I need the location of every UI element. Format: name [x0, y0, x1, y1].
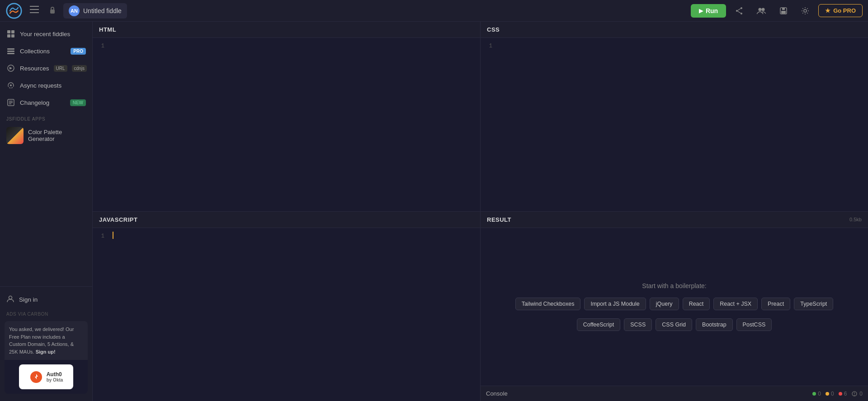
settings-button[interactable] [797, 4, 814, 18]
result-pane: Result 0.5kb Start with a boilerplate: T… [481, 212, 868, 401]
svg-line-9 [738, 11, 741, 13]
svg-point-7 [741, 13, 742, 14]
boilerplate-scss[interactable]: SCSS [624, 318, 652, 331]
console-stat-icon [851, 391, 858, 397]
editors-top-row: HTML 1 CSS 1 [93, 22, 868, 212]
async-label: Async requests [20, 82, 86, 89]
svg-point-5 [741, 7, 742, 9]
star-icon: ★ [825, 7, 830, 14]
changelog-new-badge: NEW [70, 99, 86, 106]
stat-dot-green [812, 392, 816, 396]
stat-1-value: 0 [818, 391, 821, 397]
boilerplate-postcss[interactable]: PostCSS [736, 318, 772, 331]
recent-fiddles-icon [6, 29, 15, 38]
svg-rect-1 [30, 6, 39, 7]
css-editor-body[interactable]: 1 [481, 38, 868, 211]
console-stat-3: 6 [839, 391, 847, 397]
html-line-numbers: 1 [93, 38, 109, 211]
boilerplate-react-jsx[interactable]: React + JSX [713, 298, 758, 310]
avatar: AN [69, 5, 80, 16]
svg-point-33 [854, 395, 855, 396]
boilerplate-react[interactable]: React [683, 298, 710, 310]
async-icon [6, 81, 15, 90]
stat-dot-yellow [826, 392, 829, 396]
sidebar-item-changelog[interactable]: Changelog NEW [0, 94, 92, 111]
share-button[interactable] [731, 4, 748, 18]
result-body: Start with a boilerplate: Tailwind Check… [481, 228, 868, 386]
sidebar-app-color-palette[interactable]: Color Palette Generator [0, 123, 92, 148]
js-editor-body[interactable]: 1 [93, 228, 480, 401]
svg-rect-2 [30, 9, 39, 10]
changelog-icon [6, 98, 15, 107]
resources-url-badge: URL [54, 65, 67, 72]
svg-point-24 [10, 84, 12, 86]
sidebar-item-async[interactable]: Async requests [0, 77, 92, 94]
sign-in-button[interactable]: Sign in [0, 290, 92, 309]
svg-point-29 [9, 296, 12, 299]
svg-point-10 [759, 8, 762, 11]
svg-rect-14 [781, 11, 786, 14]
ad-banner: Auth0 by Okta [5, 360, 88, 394]
js-line-numbers: 1 [93, 228, 109, 401]
app-name-label: Color Palette Generator [28, 129, 86, 142]
svg-rect-19 [11, 34, 14, 37]
auth0-logo: Auth0 by Okta [19, 364, 73, 389]
console-stat-4: 0 [851, 391, 863, 397]
resources-cdnjs-badge: cdnjs [72, 65, 87, 72]
result-title: Result [487, 216, 511, 223]
run-button[interactable]: ▶ Run [691, 4, 726, 18]
go-pro-button[interactable]: ★ Go PRO [818, 4, 863, 17]
svg-rect-16 [7, 30, 10, 33]
collaborators-button[interactable] [752, 5, 770, 17]
js-editor-header: JavaScript [93, 212, 480, 228]
boilerplate-bootstrap[interactable]: Bootstrap [696, 318, 733, 331]
run-label: Run [706, 7, 718, 14]
auth0-by: by Okta [47, 378, 63, 382]
result-size: 0.5kb [849, 217, 862, 222]
console-bar: Console 0 0 6 [481, 386, 868, 401]
css-editor-content[interactable] [497, 38, 868, 211]
svg-rect-18 [7, 34, 10, 37]
main-area: Your recent fiddles Collections PRO Reso… [0, 22, 868, 401]
svg-rect-21 [7, 51, 14, 52]
logo-icon[interactable] [5, 2, 23, 19]
collections-icon [6, 47, 15, 56]
recent-fiddles-label: Your recent fiddles [20, 31, 86, 37]
css-editor-header: CSS [481, 22, 868, 38]
html-editor-content[interactable] [109, 38, 480, 211]
ad-card[interactable]: You asked, we delivered! Our Free Plan n… [5, 321, 88, 394]
fiddle-tab[interactable]: AN Untitled fiddle [63, 3, 127, 19]
console-stat-2: 0 [826, 391, 834, 397]
svg-point-11 [762, 8, 765, 11]
console-toggle[interactable]: Console [486, 390, 508, 397]
boilerplate-jquery[interactable]: jQuery [650, 298, 679, 310]
ad-text: You asked, we delivered! Our Free Plan n… [5, 321, 88, 360]
sidebar-toggle-button[interactable] [27, 3, 42, 18]
js-editor-content[interactable] [109, 228, 480, 401]
sign-in-label: Sign in [19, 296, 38, 303]
user-icon [6, 295, 14, 304]
boilerplate-preact[interactable]: Preact [761, 298, 790, 310]
topbar: AN Untitled fiddle ▶ Run ★ Go PRO [0, 0, 868, 22]
sidebar-item-recent-fiddles[interactable]: Your recent fiddles [0, 25, 92, 42]
editors-bottom-row: JavaScript 1 Result 0.5kb [93, 212, 868, 401]
editors-area: HTML 1 CSS 1 [93, 22, 868, 401]
boilerplate-typescript[interactable]: TypeScript [794, 298, 833, 310]
boilerplate-tailwind[interactable]: Tailwind Checkboxes [515, 298, 581, 310]
sidebar-item-collections[interactable]: Collections PRO [0, 42, 92, 60]
html-editor-body[interactable]: 1 [93, 38, 480, 211]
stat-3-value: 6 [844, 391, 847, 397]
go-pro-label: Go PRO [833, 7, 856, 14]
boilerplate-css-grid[interactable]: CSS Grid [656, 318, 692, 331]
resources-icon [6, 64, 15, 73]
ad-cta[interactable]: Sign up! [36, 349, 56, 354]
svg-rect-4 [50, 9, 55, 14]
sidebar-item-resources[interactable]: Resources URL cdnjs [0, 60, 92, 77]
svg-line-8 [738, 9, 741, 10]
css-editor-pane: CSS 1 [481, 22, 868, 211]
js-editor-title: JavaScript [99, 216, 137, 223]
boilerplate-import-js[interactable]: Import a JS Module [584, 298, 646, 310]
cursor-caret [113, 232, 113, 239]
boilerplate-coffeescript[interactable]: CoffeeScript [577, 318, 621, 331]
save-button[interactable] [775, 4, 792, 18]
